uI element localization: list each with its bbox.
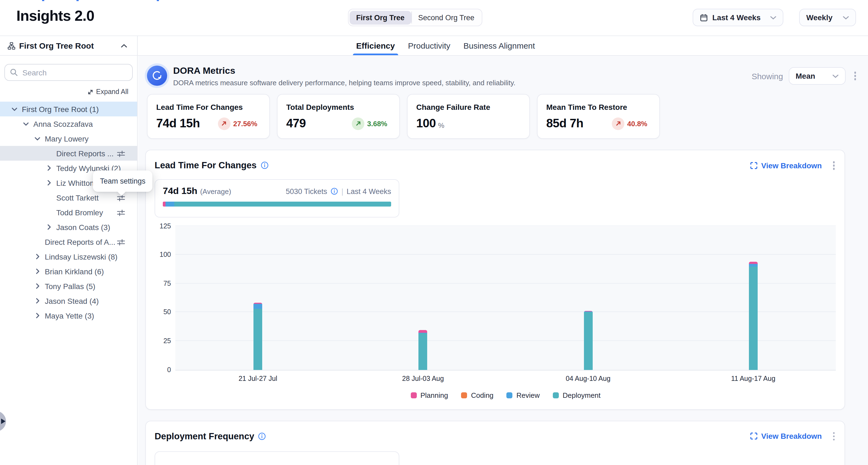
- tree-item-label: Todd Bromley: [56, 208, 103, 217]
- chart-plot-area: 0255075100125: [175, 226, 836, 370]
- chevron-right-icon[interactable]: [34, 312, 41, 319]
- tab-productivity[interactable]: Productivity: [407, 36, 452, 55]
- info-icon[interactable]: [331, 187, 338, 195]
- header-band: First Org Tree Root Efficiency Productiv…: [0, 35, 868, 56]
- metric-card-title: Lead Time For Changes: [156, 103, 260, 112]
- org-tree: First Org Tree Root (1)Anna ScozzafavaMa…: [0, 102, 137, 323]
- chevron-right-icon[interactable]: [45, 223, 53, 230]
- tree-item-scott-tarkett[interactable]: Scott Tarkett: [0, 190, 137, 205]
- trend-value: 3.68%: [367, 119, 387, 128]
- view-breakdown-button[interactable]: View Breakdown: [750, 432, 822, 441]
- lead-time-kebab-menu[interactable]: [830, 159, 838, 172]
- chevron-down-icon[interactable]: [34, 135, 41, 142]
- tree-item-direct-reports-of-a[interactable]: Direct Reports of A...: [0, 235, 137, 249]
- metric-card-title: Change Failure Rate: [416, 103, 521, 112]
- top-header: Insights 2.0 First Org Tree Second Org T…: [0, 0, 868, 35]
- bar-segment-deployment: [419, 333, 428, 370]
- tree-item-brian-kirkland-6[interactable]: Brian Kirkland (6): [0, 264, 137, 279]
- showing-label: Showing: [752, 71, 783, 81]
- tree-item-lindsay-liszewski-8[interactable]: Lindsay Liszewski (8): [0, 249, 137, 264]
- chevron-down-icon: [770, 16, 776, 20]
- chevron-right-icon[interactable]: [45, 164, 53, 172]
- tree-item-direct-reports[interactable]: Direct Reports ...: [0, 146, 137, 161]
- summary-bar-segment-review: [166, 202, 174, 206]
- tree-item-jason-coats-3[interactable]: Jason Coats (3): [0, 220, 137, 235]
- team-settings-icon[interactable]: [117, 150, 125, 160]
- trend-badge: 40.8%: [612, 117, 647, 130]
- tree-item-maya-yette-3[interactable]: Maya Yette (3): [0, 308, 137, 323]
- dora-kebab-menu[interactable]: [851, 70, 859, 83]
- legend-swatch: [410, 392, 416, 398]
- metric-card-mean-time-to-restore: Mean Time To Restore85d 7h40.8%: [537, 94, 660, 139]
- main-tabs: Efficiency Productivity Business Alignme…: [355, 36, 536, 55]
- team-settings-tooltip: Team settings: [93, 170, 153, 192]
- trend-value: 40.8%: [627, 119, 647, 128]
- legend-label: Review: [517, 391, 540, 399]
- summary-bar-segment-planning: [163, 202, 166, 206]
- expand-all-button[interactable]: Expand All: [0, 88, 128, 96]
- toggle-second-org-tree[interactable]: Second Org Tree: [412, 11, 481, 24]
- tab-business-alignment[interactable]: Business Alignment: [462, 36, 536, 55]
- aggregation-value: Mean: [796, 71, 815, 80]
- tree-item-mary-lowery[interactable]: Mary Lowery: [0, 131, 137, 146]
- chevron-down-icon[interactable]: [22, 120, 30, 127]
- org-tree-root-header[interactable]: First Org Tree Root: [0, 36, 138, 55]
- tab-efficiency[interactable]: Efficiency: [355, 36, 396, 55]
- toggle-first-org-tree[interactable]: First Org Tree: [350, 11, 411, 24]
- legend-item-coding[interactable]: Coding: [461, 391, 493, 399]
- chevron-right-icon[interactable]: [34, 268, 41, 275]
- legend-item-deployment[interactable]: Deployment: [553, 391, 600, 399]
- granularity-select[interactable]: Weekly: [799, 9, 856, 26]
- tree-item-label: Jason Coats (3): [56, 223, 110, 231]
- chevron-right-icon[interactable]: [34, 297, 41, 304]
- expand-all-label: Expand All: [96, 88, 128, 96]
- y-axis-tick: 0: [147, 366, 171, 373]
- team-settings-icon[interactable]: [117, 238, 125, 248]
- bar-segment-review: [749, 264, 758, 267]
- chevron-down-icon: [843, 16, 849, 20]
- deployment-frequency-summary-card: [155, 451, 399, 465]
- info-icon[interactable]: [258, 432, 266, 440]
- team-settings-icon[interactable]: [117, 209, 125, 219]
- tree-item-label: Scott Tarkett: [56, 193, 99, 202]
- tree-item-anna-scozzafava[interactable]: Anna Scozzafava: [0, 116, 137, 131]
- aggregation-select[interactable]: Mean: [788, 67, 845, 85]
- lead-time-title: Lead Time For Changes: [155, 160, 257, 171]
- search-icon: [10, 68, 18, 79]
- metric-card-lead-time-for-changes: Lead Time For Changes74d 15h27.56%: [147, 94, 270, 139]
- tree-item-todd-bromley[interactable]: Todd Bromley: [0, 205, 137, 220]
- stacked-bar-04-aug-10-aug: [584, 311, 592, 370]
- tree-item-first-org-tree-root-1[interactable]: First Org Tree Root (1): [0, 102, 137, 116]
- gridline: [175, 225, 836, 226]
- legend-item-review[interactable]: Review: [507, 391, 540, 399]
- period-label: Last 4 Weeks: [347, 187, 391, 195]
- legend-label: Planning: [420, 391, 448, 399]
- view-breakdown-button[interactable]: View Breakdown: [750, 161, 822, 170]
- chevron-down-icon[interactable]: [11, 105, 18, 113]
- chevron-right-icon[interactable]: [34, 253, 41, 260]
- deployment-frequency-kebab-menu[interactable]: [830, 430, 838, 443]
- chevron-up-icon[interactable]: [121, 43, 127, 48]
- stacked-bar-21-jul-27-jul: [253, 303, 262, 370]
- lead-time-section: Lead Time For Changes View Breakdown: [145, 150, 845, 409]
- play-arrow-icon: [1, 418, 5, 424]
- legend-label: Deployment: [563, 391, 600, 399]
- chevron-right-icon[interactable]: [45, 179, 53, 186]
- legend-item-planning[interactable]: Planning: [410, 391, 448, 399]
- tree-item-jason-stead-4[interactable]: Jason Stead (4): [0, 293, 137, 308]
- tree-item-label: Direct Reports of A...: [45, 238, 115, 246]
- insights-dashboard: Insights 2.0 First Org Tree Second Org T…: [0, 0, 868, 465]
- y-axis-tick: 25: [147, 337, 171, 345]
- legend-swatch: [553, 392, 559, 398]
- metric-card-value: 479: [286, 116, 306, 131]
- info-icon[interactable]: [260, 161, 269, 170]
- y-axis-tick: 75: [147, 279, 171, 287]
- date-range-select[interactable]: Last 4 Weeks: [693, 9, 783, 26]
- org-chart-icon: [8, 42, 15, 50]
- search-input[interactable]: [4, 64, 133, 81]
- tree-item-tony-pallas-5[interactable]: Tony Pallas (5): [0, 279, 137, 293]
- view-breakdown-label: View Breakdown: [761, 161, 822, 170]
- bar-segment-deployment: [749, 267, 758, 370]
- chevron-right-icon[interactable]: [34, 282, 41, 289]
- tree-item-label: Mary Lowery: [45, 134, 89, 143]
